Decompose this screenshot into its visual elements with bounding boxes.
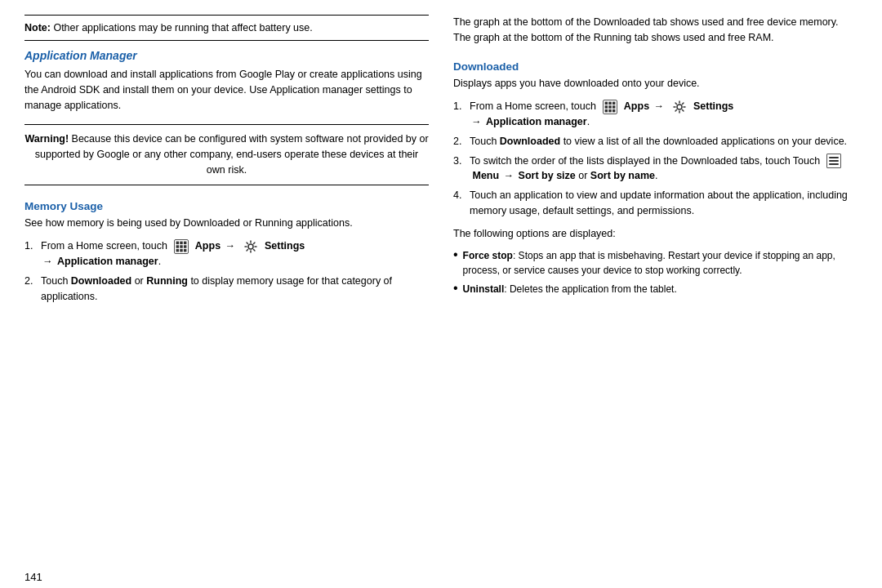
downloaded-step-3: 3. To switch the order of the lists disp… — [453, 154, 858, 185]
apps-icon — [174, 239, 189, 254]
running-label: Running — [146, 275, 188, 287]
apps-icon-right — [603, 100, 617, 114]
svg-rect-5 — [184, 245, 187, 248]
step-content: Touch Downloaded or Running to display m… — [41, 274, 429, 305]
uninstall-text: Uninstall: Deletes the application from … — [463, 283, 677, 296]
sort-by-name-label: Sort by name — [590, 170, 655, 181]
svg-point-19 — [677, 105, 682, 109]
memory-steps-list: 1. From a Home screen, touch — [24, 238, 429, 308]
downloaded-title: Downloaded — [453, 60, 858, 73]
uninstall-label: Uninstall — [463, 283, 505, 295]
svg-rect-17 — [608, 109, 612, 113]
memory-usage-title: Memory Usage — [24, 200, 429, 212]
svg-rect-8 — [184, 249, 187, 252]
warning-text: Because this device can be configured wi… — [35, 133, 429, 176]
settings-label-right: Settings — [693, 100, 733, 112]
svg-rect-1 — [180, 242, 183, 245]
settings-label: Settings — [265, 240, 305, 252]
force-stop-text: Force stop: Stops an app that is misbeha… — [463, 249, 858, 278]
arrow-menu-icon: → — [504, 170, 514, 181]
svg-rect-15 — [612, 105, 616, 109]
menu-label: Menu — [472, 170, 499, 181]
bullet-icon: • — [453, 248, 458, 261]
svg-rect-2 — [184, 242, 187, 245]
step-number: 1. — [453, 99, 465, 114]
apps-label-right: Apps — [624, 100, 649, 112]
downloaded-bold: Downloaded — [500, 136, 560, 147]
svg-rect-12 — [612, 102, 616, 105]
downloaded-label: Downloaded — [71, 275, 131, 287]
warning-label: Warning! — [24, 133, 69, 145]
step-content: Touch Downloaded to view a list of all t… — [470, 134, 858, 149]
arrow2-right-icon: → — [471, 116, 482, 127]
memory-text: See how memory is being used by Download… — [24, 216, 429, 231]
svg-rect-7 — [180, 249, 183, 252]
left-column: Note: Other applications may be running … — [24, 15, 429, 558]
step-content: From a Home screen, touch — [41, 238, 429, 270]
memory-step-2: 2. Touch Downloaded or Running to displa… — [24, 274, 429, 305]
arrow-right-icon: → — [654, 100, 665, 112]
note-text: Other applications may be running that a… — [51, 22, 313, 33]
svg-rect-11 — [608, 102, 612, 105]
step-number: 2. — [453, 134, 465, 149]
app-manager-right-label: Application manager — [486, 116, 587, 127]
downloaded-desc: Displays apps you have downloaded onto y… — [453, 76, 858, 91]
step-content: To switch the order of the lists display… — [470, 154, 858, 185]
warning-block: Warning! Because this device can be conf… — [24, 124, 429, 185]
svg-rect-0 — [176, 242, 179, 245]
settings-icon-right — [672, 100, 687, 114]
right-column: The graph at the bottom of the Downloade… — [453, 15, 858, 558]
step-content: Touch an application to view and update … — [470, 188, 858, 219]
step-number: 1. — [24, 238, 36, 254]
sort-by-size-label: Sort by size — [519, 170, 576, 181]
svg-rect-10 — [604, 102, 608, 105]
options-list: • Force stop: Stops an app that is misbe… — [453, 249, 858, 301]
apps-label: Apps — [195, 240, 220, 252]
svg-rect-3 — [176, 245, 179, 248]
downloaded-step-4: 4. Touch an application to view and upda… — [453, 188, 858, 219]
svg-rect-4 — [180, 245, 183, 248]
application-manager-title: Application Manager — [24, 49, 429, 62]
page-number: 141 — [0, 566, 882, 588]
svg-rect-14 — [608, 105, 612, 109]
step-content: From a Home screen, touch — [470, 99, 858, 130]
step-number: 2. — [24, 274, 36, 289]
force-stop-item: • Force stop: Stops an app that is misbe… — [453, 249, 858, 278]
force-stop-label: Force stop — [463, 250, 513, 261]
step-number: 4. — [453, 188, 465, 203]
step-number: 3. — [453, 154, 465, 169]
bullet-icon: • — [453, 282, 458, 295]
intro-text: You can download and install application… — [24, 67, 429, 113]
arrow2-icon: → — [42, 256, 53, 267]
page-content: Note: Other applications may be running … — [0, 0, 882, 566]
uninstall-item: • Uninstall: Deletes the application fro… — [453, 283, 858, 296]
note-label: Note: — [24, 22, 51, 33]
settings-icon — [243, 239, 258, 254]
downloaded-step-2: 2. Touch Downloaded to view a list of al… — [453, 134, 858, 149]
svg-rect-18 — [612, 109, 616, 113]
arrow-icon: → — [225, 240, 236, 252]
downloaded-steps-list: 1. From a Home screen, touch — [453, 99, 858, 222]
right-intro-text: The graph at the bottom of the Downloade… — [453, 15, 858, 46]
svg-rect-13 — [604, 105, 608, 109]
svg-rect-16 — [604, 109, 608, 113]
following-options-text: The following options are displayed: — [453, 226, 858, 242]
downloaded-step-1: 1. From a Home screen, touch — [453, 99, 858, 130]
menu-icon — [826, 154, 841, 168]
svg-rect-6 — [176, 249, 179, 252]
note-block: Note: Other applications may be running … — [24, 15, 429, 41]
svg-point-9 — [248, 244, 253, 249]
memory-step-1: 1. From a Home screen, touch — [24, 238, 429, 270]
app-manager-label: Application manager — [57, 256, 158, 267]
